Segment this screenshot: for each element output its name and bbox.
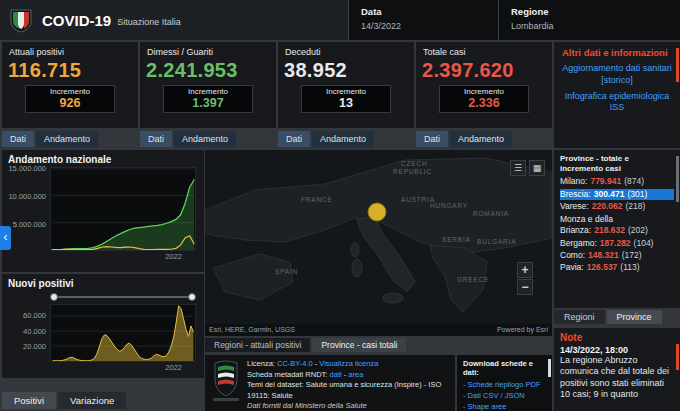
slider-handle-right[interactable] xyxy=(188,293,196,301)
scrollbar[interactable] xyxy=(548,359,551,377)
tab-regioni[interactable]: Regioni xyxy=(554,310,605,324)
map-label: SERBIA xyxy=(442,236,471,243)
map-label: BULGARIA xyxy=(477,238,516,245)
scrollbar[interactable] xyxy=(676,156,679,202)
stat-value: 2.397.620 xyxy=(416,58,552,82)
region-label: Regione xyxy=(511,6,668,17)
note-title: Note xyxy=(560,332,674,343)
date-label: Data xyxy=(361,6,486,17)
increment-value: 2.336 xyxy=(440,96,528,110)
increment-label: Incremento xyxy=(26,87,114,96)
app-title: COVID-19 xyxy=(42,12,111,29)
dpc-logo-icon xyxy=(8,7,34,33)
other-data-title: Altri dati e informazioni xyxy=(562,47,672,58)
license-link[interactable]: CC-BY-4.0 xyxy=(277,359,313,368)
tab-dati[interactable]: Dati xyxy=(278,131,310,147)
legend-icon[interactable]: ☰ xyxy=(510,160,526,176)
tab-andamento[interactable]: Andamento xyxy=(312,131,374,147)
chart-title: Nuovi positivi xyxy=(2,274,204,291)
province-row-bergamo[interactable]: Bergamo:187.282(104) xyxy=(560,238,674,249)
tab-province[interactable]: Province xyxy=(607,310,662,324)
stat-title: Deceduti xyxy=(278,42,414,58)
increment-label: Incremento xyxy=(164,87,252,96)
dash: - xyxy=(344,370,347,379)
tab-dati[interactable]: Dati xyxy=(2,131,34,147)
slider-track xyxy=(54,296,192,298)
metadata-area-link[interactable]: area xyxy=(348,370,363,379)
note-panel: Note 14/3/2022, 18:00 La regione Abruzzo… xyxy=(554,328,680,411)
download-csv-json-link[interactable]: - Dati CSV / JSON xyxy=(463,391,546,400)
stat-panel-totale-casi: Totale casi 2.397.620 Incremento 2.336 D… xyxy=(416,42,552,148)
tab-andamento[interactable]: Andamento xyxy=(450,131,512,147)
increment-value: 13 xyxy=(302,96,390,110)
tab-dati[interactable]: Dati xyxy=(416,131,448,147)
province-row-brescia-selected[interactable]: Brescia:300.471(301) xyxy=(560,189,674,200)
scrollbar[interactable] xyxy=(676,48,679,82)
metadata-line: Scheda metadati RNDT: dati - area xyxy=(247,370,449,381)
download-shape-link[interactable]: - Shape aree xyxy=(463,402,546,411)
increment-value: 926 xyxy=(26,96,114,110)
time-range-slider[interactable] xyxy=(50,292,196,302)
y-tick: 40.000 xyxy=(2,327,46,336)
basemap-icon[interactable]: ▦ xyxy=(529,160,545,176)
metadata-label: Scheda metadati RNDT: xyxy=(247,370,327,379)
province-row-monza[interactable]: Monza e della Brianza:218.632(202) xyxy=(560,214,674,237)
y-tick: 20.000 xyxy=(2,342,46,351)
zoom-in-button[interactable]: + xyxy=(517,262,533,278)
metadata-dati-link[interactable]: dati xyxy=(330,370,342,379)
tab-andamento[interactable]: Andamento xyxy=(174,131,236,147)
zoom-out-button[interactable]: − xyxy=(517,279,533,295)
map-label: GREECE xyxy=(457,276,489,283)
tab-regioni-attuali-positivi[interactable]: Regioni - attuali positivi xyxy=(205,338,310,352)
stat-card: Dimessi / Guariti 2.241.953 Incremento 1… xyxy=(140,42,276,128)
slider-handle-left[interactable] xyxy=(50,293,58,301)
nuovi-positivi-panel: Nuovi positivi 60.000 40.000 20.000 2022 xyxy=(2,274,204,378)
link-aggiornamento-sanitari[interactable]: Aggiornamento dati sanitari [storico] xyxy=(562,63,672,86)
stat-panel-attuali-positivi: Attuali positivi 116.715 Incremento 926 … xyxy=(2,42,138,148)
bottom-left-tabs: Positivi Variazione xyxy=(2,392,126,409)
tab-dati[interactable]: Dati xyxy=(140,131,172,147)
increment-value: 1.397 xyxy=(164,96,252,110)
province-row-pavia[interactable]: Pavia:126.537(113) xyxy=(560,262,674,273)
y-tick: 15.000.000 xyxy=(2,164,46,173)
increment-box: Incremento 1.397 xyxy=(163,85,253,113)
link-infografica-iss[interactable]: Infografica epidemiologica ISS xyxy=(562,91,672,114)
note-date: 14/3/2022, 18:00 xyxy=(560,345,674,355)
app-subtitle: Situazione Italia xyxy=(117,17,181,27)
tab-province-casi-totali[interactable]: Province - casi totali xyxy=(312,338,406,352)
province-row-como[interactable]: Como:148.321(172) xyxy=(560,250,674,261)
andamento-nazionale-panel: Andamento nazionale 15.000.000 10.000.00… xyxy=(2,150,204,272)
map-label: FRANCE xyxy=(301,196,333,203)
increment-label: Incremento xyxy=(440,87,528,96)
protezione-civile-logo-icon xyxy=(211,359,241,411)
header-date-filter[interactable]: Data 14/3/2022 xyxy=(348,0,498,40)
scrollbar[interactable] xyxy=(676,344,679,370)
collapse-left-panel-button[interactable]: ‹ xyxy=(0,226,11,250)
powered-by-esri: Powered by Esri xyxy=(497,324,548,336)
map-attribution: Esri, HERE, Garmin, USGS Powered by Esri xyxy=(205,324,552,336)
app-header: COVID-19 Situazione Italia Data 14/3/202… xyxy=(0,0,680,40)
province-row-milano[interactable]: Milano:779.941(874) xyxy=(560,176,674,187)
stat-value: 116.715 xyxy=(2,58,138,82)
nuovi-positivi-chart[interactable]: 60.000 40.000 20.000 xyxy=(50,304,196,362)
tab-positivi[interactable]: Positivi xyxy=(2,392,56,409)
download-pdf-link[interactable]: - Schede riepilogo PDF xyxy=(463,380,546,389)
view-license-link[interactable]: Visualizza licenza xyxy=(319,359,378,368)
map-label: SPAIN xyxy=(275,268,298,275)
tab-andamento[interactable]: Andamento xyxy=(36,131,98,147)
europe-map[interactable]: FRANCE CZECH REPUBLIC AUSTRIA HUNGARY RO… xyxy=(205,150,552,336)
tab-variazione[interactable]: Variazione xyxy=(58,392,126,409)
stat-value: 2.241.953 xyxy=(140,58,276,82)
header-region-filter[interactable]: Regione Lombardia xyxy=(498,0,680,40)
province-row-varese[interactable]: Varese:220.062(218) xyxy=(560,201,674,212)
stat-card: Deceduti 38.952 Incremento 13 xyxy=(278,42,414,128)
stat-tabs: Dati Andamento xyxy=(416,131,552,147)
increment-label: Incremento xyxy=(302,87,390,96)
license-panel: Licenza: CC-BY-4.0 - Visualizza licenza … xyxy=(205,355,455,411)
stat-card: Totale casi 2.397.620 Incremento 2.336 xyxy=(416,42,552,128)
note-text: La regione Abruzzo comunica che dal tota… xyxy=(560,355,674,400)
stat-title: Dimessi / Guariti xyxy=(140,42,276,58)
increment-box: Incremento 13 xyxy=(301,85,391,113)
andamento-chart[interactable]: 15.000.000 10.000.000 5.000.000 xyxy=(50,167,196,251)
stat-title: Attuali positivi xyxy=(2,42,138,58)
